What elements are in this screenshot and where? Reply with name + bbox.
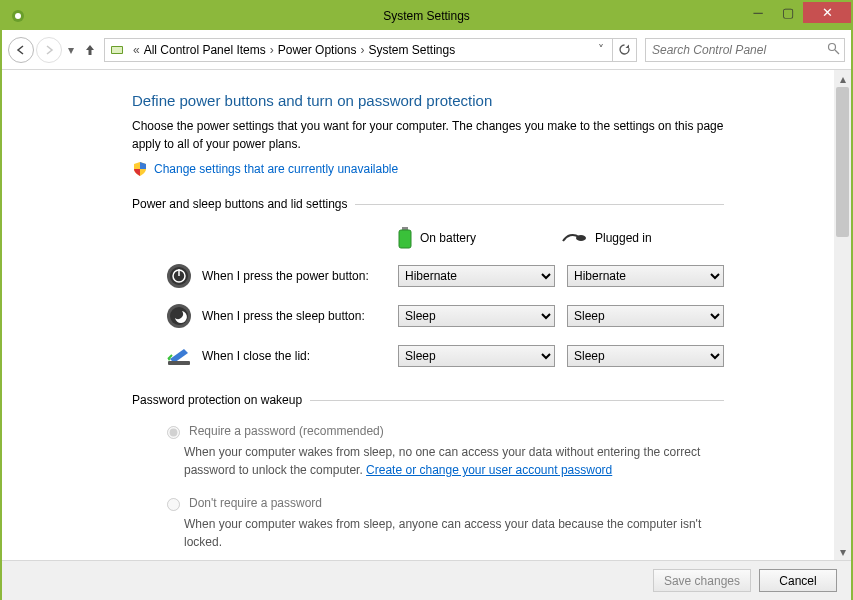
sleep-button-label: When I press the sleep button: — [202, 309, 398, 323]
svg-point-8 — [576, 235, 586, 241]
row-power-button: When I press the power button: Hibernate… — [132, 263, 724, 289]
password-section-label: Password protection on wakeup — [132, 393, 302, 407]
sleep-button-battery-select[interactable]: Sleep — [398, 305, 555, 327]
col-battery: On battery — [398, 227, 561, 249]
sleep-button-plugged-select[interactable]: Sleep — [567, 305, 724, 327]
change-settings-link[interactable]: Change settings that are currently unava… — [154, 162, 398, 176]
breadcrumb-prefix: « — [129, 43, 144, 57]
uac-link-row: Change settings that are currently unava… — [132, 161, 724, 177]
control-panel-icon — [109, 42, 125, 58]
back-arrow-icon — [15, 44, 27, 56]
no-password-desc: When your computer wakes from sleep, any… — [184, 515, 724, 551]
laptop-lid-icon — [166, 343, 192, 369]
content-area: Define power buttons and turn on passwor… — [2, 70, 851, 560]
no-password-radio — [167, 498, 180, 511]
svg-rect-7 — [399, 230, 411, 248]
search-icon[interactable] — [827, 42, 840, 58]
up-button[interactable] — [82, 43, 98, 57]
content-scroll: Define power buttons and turn on passwor… — [2, 70, 834, 560]
nav-history-dropdown[interactable]: ▾ — [64, 43, 78, 57]
no-password-option: Don't require a password When your compu… — [162, 495, 724, 551]
svg-rect-15 — [168, 361, 190, 365]
search-input[interactable] — [650, 42, 827, 58]
change-password-link[interactable]: Create or change your user account passw… — [366, 463, 612, 477]
chevron-right-icon: › — [266, 43, 278, 57]
minimize-button[interactable]: ─ — [743, 2, 773, 23]
sleep-button-icon — [166, 303, 192, 329]
scroll-track[interactable] — [834, 87, 851, 543]
cancel-button[interactable]: Cancel — [759, 569, 837, 592]
password-section-title: Password protection on wakeup — [132, 393, 724, 407]
crumb-system-settings[interactable]: System Settings — [368, 43, 455, 57]
save-button[interactable]: Save changes — [653, 569, 751, 592]
window-controls: ─ ▢ ✕ — [743, 2, 851, 23]
row-sleep-button: When I press the sleep button: Sleep Sle… — [132, 303, 724, 329]
nav-bar: ▾ « All Control Panel Items › Power Opti… — [2, 30, 851, 70]
refresh-button[interactable] — [613, 38, 637, 62]
power-button-battery-select[interactable]: Hibernate — [398, 265, 555, 287]
power-section-label: Power and sleep buttons and lid settings — [132, 197, 347, 211]
page-description: Choose the power settings that you want … — [132, 117, 724, 153]
svg-line-5 — [835, 50, 839, 54]
breadcrumb[interactable]: « All Control Panel Items › Power Option… — [104, 38, 613, 62]
col-battery-label: On battery — [420, 231, 476, 245]
col-plugged-label: Plugged in — [595, 231, 652, 245]
plug-icon — [561, 231, 587, 245]
refresh-icon — [618, 43, 631, 56]
scroll-down-button[interactable]: ▾ — [834, 543, 851, 560]
maximize-button[interactable]: ▢ — [773, 2, 803, 23]
chevron-right-icon: › — [356, 43, 368, 57]
power-button-plugged-select[interactable]: Hibernate — [567, 265, 724, 287]
window-title: System Settings — [2, 9, 851, 23]
require-password-desc: When your computer wakes from sleep, no … — [184, 443, 724, 479]
back-button[interactable] — [8, 37, 34, 63]
scroll-up-button[interactable]: ▴ — [834, 70, 851, 87]
titlebar: System Settings ─ ▢ ✕ — [2, 2, 851, 30]
power-grid: On battery Plugged in When I press the p… — [132, 227, 724, 369]
col-plugged: Plugged in — [561, 227, 724, 249]
svg-rect-3 — [112, 47, 122, 53]
scroll-thumb[interactable] — [836, 87, 849, 237]
shield-icon — [132, 161, 148, 177]
divider — [355, 204, 724, 205]
up-arrow-icon — [83, 43, 97, 57]
svg-point-4 — [829, 43, 836, 50]
divider — [310, 400, 724, 401]
crumb-power-options[interactable]: Power Options — [278, 43, 357, 57]
power-button-icon — [166, 263, 192, 289]
breadcrumb-dropdown[interactable]: ˅ — [594, 43, 608, 57]
require-password-label: Require a password (recommended) — [189, 424, 384, 438]
close-lid-plugged-select[interactable]: Sleep — [567, 345, 724, 367]
footer-bar: Save changes Cancel — [2, 560, 851, 600]
close-button[interactable]: ✕ — [803, 2, 851, 23]
row-close-lid: When I close the lid: Sleep Sleep — [132, 343, 724, 369]
forward-arrow-icon — [43, 44, 55, 56]
window: System Settings ─ ▢ ✕ ▾ « All Control Pa… — [0, 0, 853, 600]
forward-button[interactable] — [36, 37, 62, 63]
power-columns-header: On battery Plugged in — [132, 227, 724, 249]
battery-icon — [398, 227, 412, 249]
search-box[interactable] — [645, 38, 845, 62]
close-lid-battery-select[interactable]: Sleep — [398, 345, 555, 367]
no-password-label: Don't require a password — [189, 496, 322, 510]
require-password-option: Require a password (recommended) When yo… — [162, 423, 724, 479]
page-title: Define power buttons and turn on passwor… — [132, 92, 724, 109]
crumb-all-items[interactable]: All Control Panel Items — [144, 43, 266, 57]
require-password-radio — [167, 426, 180, 439]
power-button-label: When I press the power button: — [202, 269, 398, 283]
power-section-title: Power and sleep buttons and lid settings — [132, 197, 724, 211]
close-lid-label: When I close the lid: — [202, 349, 398, 363]
scrollbar-vertical[interactable]: ▴ ▾ — [834, 70, 851, 560]
